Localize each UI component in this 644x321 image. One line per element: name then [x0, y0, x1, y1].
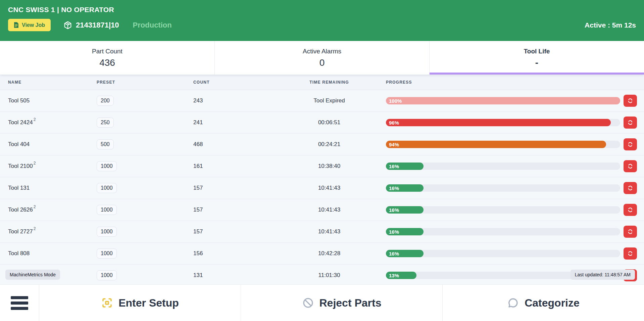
table-header-row: NAME PRESET COUNT TIME REMAINING PROGRES…	[0, 75, 644, 90]
reset-tool-button[interactable]	[624, 117, 637, 129]
preset-chip: 250	[97, 118, 114, 128]
active-time: Active : 5m 12s	[585, 21, 636, 29]
progress-track: 96%	[386, 119, 620, 126]
count-cell: 157	[193, 207, 307, 213]
time-remaining-cell: Tool Expired	[307, 97, 351, 104]
menu-button[interactable]	[0, 285, 39, 321]
progress-track: 94%	[386, 141, 620, 148]
stat-value: 436	[99, 57, 115, 68]
progress-fill: 100%	[386, 97, 620, 104]
count-cell: 241	[193, 119, 307, 126]
reset-tool-button[interactable]	[624, 95, 637, 107]
reset-tool-button[interactable]	[624, 160, 637, 172]
stat-value: -	[535, 57, 538, 68]
time-remaining-cell: 10:41:43	[307, 207, 351, 213]
refresh-icon	[627, 163, 634, 170]
column-header-progress: PROGRESS	[351, 80, 644, 85]
tool-name-superscript: 2	[34, 117, 36, 122]
progress-track: 16%	[386, 250, 620, 257]
time-remaining-cell: 10:42:28	[307, 250, 351, 257]
progress-fill: 16%	[386, 163, 424, 170]
table-row: Tool 27272 1000 157 10:41:43 16%	[0, 221, 644, 243]
refresh-icon	[627, 228, 634, 235]
preset-chip: 1000	[97, 161, 117, 171]
refresh-icon	[627, 185, 634, 191]
machine-title: CNC SWISS 1 | NO OPERATOR	[8, 6, 636, 14]
production-status: Production	[133, 21, 172, 30]
tool-name: Tool 131	[8, 185, 30, 191]
refresh-icon	[627, 119, 634, 126]
refresh-icon	[627, 97, 634, 104]
tool-life-table: NAME PRESET COUNT TIME REMAINING PROGRES…	[0, 75, 644, 284]
progress-percent-label: 100%	[386, 98, 402, 104]
refresh-icon	[627, 141, 634, 148]
stat-tab-tool-life[interactable]: Tool Life -	[430, 41, 644, 75]
table-row: 2 1000 131 11:01:30 13%	[0, 265, 644, 284]
progress-fill: 16%	[386, 184, 424, 192]
table-row: Tool 26262 1000 157 10:41:43 16%	[0, 199, 644, 221]
tool-name: Tool 2626	[8, 207, 33, 213]
setup-frame-icon	[101, 297, 113, 309]
progress-fill: 94%	[386, 141, 606, 148]
stat-tab-active-alarms[interactable]: Active Alarms 0	[215, 41, 430, 75]
view-job-button[interactable]: View Job	[8, 19, 51, 31]
progress-percent-label: 16%	[386, 207, 399, 213]
stat-tab-part-count[interactable]: Part Count 436	[0, 41, 215, 75]
progress-percent-label: 96%	[386, 120, 399, 126]
hamburger-icon	[11, 295, 28, 311]
tool-name: Tool 404	[8, 141, 30, 148]
time-remaining-cell: 00:06:51	[307, 119, 351, 126]
table-row: Tool 404 500 468 00:24:21 94%	[0, 134, 644, 155]
progress-percent-label: 13%	[386, 273, 399, 278]
stat-label: Tool Life	[524, 48, 550, 55]
categorize-button[interactable]: Categorize	[443, 285, 644, 321]
time-remaining-cell: 10:38:40	[307, 163, 351, 170]
reset-tool-button[interactable]	[624, 182, 637, 194]
preset-chip: 1000	[97, 205, 117, 215]
progress-track: 16%	[386, 228, 620, 235]
progress-percent-label: 16%	[386, 185, 399, 191]
time-remaining-cell: 11:01:30	[307, 272, 351, 279]
column-header-time-remaining: TIME REMAINING	[307, 80, 351, 85]
view-job-label: View Job	[22, 22, 45, 28]
package-cube-icon	[63, 21, 72, 30]
tool-name-superscript: 2	[34, 226, 36, 231]
reset-tool-button[interactable]	[624, 247, 637, 260]
progress-fill: 13%	[386, 272, 416, 279]
preset-chip: 500	[97, 139, 114, 149]
table-row: Tool 24242 250 241 00:06:51 96%	[0, 112, 644, 134]
enter-setup-button[interactable]: Enter Setup	[39, 285, 241, 321]
table-body: Tool 505 200 243 Tool Expired 100%	[0, 90, 644, 284]
reset-tool-button[interactable]	[624, 138, 637, 150]
count-cell: 157	[193, 228, 307, 235]
preset-chip: 200	[97, 96, 114, 106]
bottom-action-bar: Enter Setup Reject Parts Categorize	[0, 284, 644, 321]
progress-track: 16%	[386, 206, 620, 214]
job-group: 21431871|10	[63, 21, 119, 30]
count-cell: 243	[193, 97, 307, 104]
column-header-name: NAME	[0, 80, 97, 85]
preset-chip: 1000	[97, 248, 117, 259]
reset-tool-button[interactable]	[624, 226, 637, 238]
progress-fill: 16%	[386, 250, 424, 257]
refresh-icon	[627, 207, 634, 213]
reject-parts-button[interactable]: Reject Parts	[241, 285, 443, 321]
reset-tool-button[interactable]	[624, 204, 637, 216]
stat-label: Active Alarms	[303, 48, 341, 55]
progress-track: 16%	[386, 163, 620, 170]
preset-chip: 1000	[97, 183, 117, 193]
stat-value: 0	[319, 57, 325, 68]
count-cell: 161	[193, 163, 307, 170]
tool-name: Tool 808	[8, 250, 30, 257]
stat-label: Part Count	[92, 48, 122, 55]
table-row: Tool 131 1000 157 10:41:43 16%	[0, 177, 644, 199]
progress-track: 100%	[386, 97, 620, 104]
time-remaining-cell: 00:24:21	[307, 141, 351, 148]
progress-percent-label: 16%	[386, 164, 399, 169]
tool-name: Tool 505	[8, 97, 30, 104]
job-number: 21431871|10	[76, 21, 119, 30]
column-header-preset: PRESET	[97, 80, 193, 85]
tool-name: Tool 2100	[8, 163, 33, 170]
time-remaining-cell: 10:41:43	[307, 185, 351, 191]
column-header-count: COUNT	[193, 80, 307, 85]
